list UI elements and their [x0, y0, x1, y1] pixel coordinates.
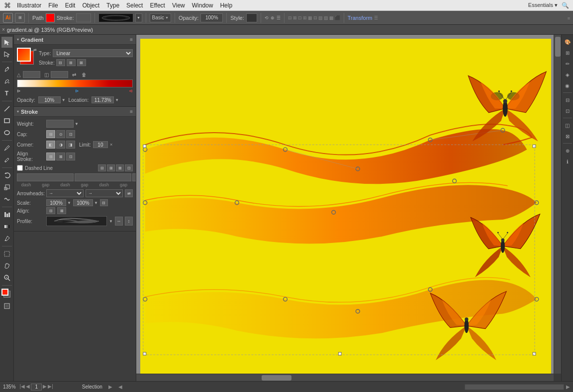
eyedropper-tool[interactable]	[1, 233, 12, 244]
icon-btn-2[interactable]: ⊕	[271, 15, 275, 20]
aspect-value[interactable]	[51, 71, 68, 78]
align-icon-4[interactable]: ⊞	[303, 15, 307, 20]
align-icon-1[interactable]: ⊟	[288, 15, 292, 20]
pencil-tool[interactable]	[1, 155, 12, 165]
last-page-btn[interactable]: ▶|	[48, 384, 53, 391]
dashed-opt-3[interactable]: ⊠	[116, 164, 124, 171]
profile-select[interactable]	[46, 216, 107, 226]
weight-dropdown-icon[interactable]: ▼	[75, 122, 79, 126]
transparency-btn[interactable]: ◫	[563, 120, 573, 130]
menu-type[interactable]: Type	[106, 2, 119, 9]
icon-btn-3[interactable]: ☰	[277, 15, 281, 20]
gradient-front-swatch[interactable]	[17, 48, 31, 62]
layers-btn[interactable]: ⊟	[563, 95, 573, 105]
align-outside-btn[interactable]: ⊡	[66, 153, 75, 160]
gradient-panel-header[interactable]: ▾ Gradient ≡	[14, 35, 136, 45]
gradient-swatch-pair[interactable]: ⇄	[17, 48, 37, 68]
hand-tool[interactable]	[1, 260, 12, 271]
cap-round-btn[interactable]: ⊙	[56, 130, 65, 138]
delete-gradient-btn[interactable]: 🗑	[80, 71, 88, 78]
workspace-switcher[interactable]: ⊞	[15, 13, 25, 23]
arrowhead-end-select[interactable]: → None	[86, 189, 123, 197]
scale1-dropdown-icon[interactable]: ▼	[67, 201, 71, 205]
arrowhead-swap-btn[interactable]: ⇄	[125, 189, 133, 197]
gradient-type-select[interactable]: Linear Radial	[53, 49, 133, 57]
stroke-btn-1[interactable]: ⊟	[56, 59, 65, 66]
align-center-btn[interactable]: ⊟	[46, 153, 55, 160]
align-icon-8[interactable]: ▨	[324, 15, 328, 20]
menu-effect[interactable]: Effect	[150, 2, 165, 9]
type-tool[interactable]: T	[1, 88, 12, 99]
menu-select[interactable]: Select	[126, 2, 143, 9]
graph-tool[interactable]	[1, 209, 12, 220]
screen-mode-btn[interactable]	[1, 301, 12, 312]
menu-help[interactable]: Help	[220, 2, 232, 9]
warp-tool[interactable]	[1, 194, 12, 205]
menu-window[interactable]: Window	[192, 2, 213, 9]
first-page-btn[interactable]: |◀	[20, 384, 25, 391]
tab-close-btn[interactable]: ×	[2, 27, 5, 32]
menu-edit[interactable]: Edit	[65, 2, 76, 9]
align-btn-2[interactable]: ⊠	[57, 207, 66, 214]
corner-round-btn[interactable]: ◑	[56, 141, 65, 149]
appearance-btn[interactable]: ⊠	[563, 131, 573, 141]
paintbrush-tool[interactable]	[1, 143, 12, 154]
gradient-tool[interactable]	[1, 221, 12, 232]
scale2-dropdown-icon[interactable]: ▼	[94, 201, 98, 205]
info-btn[interactable]: ℹ	[563, 157, 573, 166]
color-panel-btn[interactable]: 🎨	[563, 37, 573, 47]
artboards-btn[interactable]: ⊡	[563, 106, 573, 116]
stroke-panel-header[interactable]: ▾ Stroke ≡	[14, 107, 136, 117]
scale-tool[interactable]	[1, 182, 12, 193]
select-tool[interactable]	[1, 37, 12, 48]
reverse-gradient-btn[interactable]: ⇄	[70, 71, 78, 78]
horizontal-scrollbar-thumb[interactable]	[262, 375, 291, 381]
dash-2[interactable]	[132, 173, 136, 181]
stroke-btn-2[interactable]: ⊞	[67, 59, 76, 66]
dashed-opt-1[interactable]: ⊟	[98, 164, 106, 171]
swap-icon[interactable]: ⇄	[33, 48, 37, 52]
limit-close-icon[interactable]: ×	[110, 142, 112, 147]
graphic-styles-btn[interactable]: ◉	[563, 80, 573, 90]
swatches-btn[interactable]: ⊞	[563, 48, 573, 58]
profile-flip-v-btn[interactable]: ↕	[125, 217, 133, 226]
fill-stroke-widget[interactable]	[1, 289, 12, 300]
weight-field[interactable]	[46, 120, 74, 128]
stroke-panel-menu-icon[interactable]: ≡	[130, 109, 133, 114]
cap-butt-btn[interactable]: ⊟	[46, 130, 55, 138]
canvas-area[interactable]	[136, 35, 561, 381]
location-dropdown-icon[interactable]: ▼	[115, 98, 119, 102]
gradient-location-field[interactable]: 11.73%	[92, 96, 114, 103]
basic-dropdown[interactable]: Basic ▼	[150, 13, 171, 22]
profile-flip-h-btn[interactable]: ↔	[115, 217, 123, 226]
dash-1[interactable]	[17, 173, 74, 181]
stop-icon-left[interactable]: ⊳	[17, 88, 21, 93]
menu-file[interactable]: File	[48, 2, 58, 9]
panel-options-icon[interactable]: ☰	[374, 15, 378, 20]
vertical-scrollbar-thumb[interactable]	[555, 37, 561, 57]
gradient-opacity-field[interactable]: 10%	[38, 96, 61, 103]
align-icon-10[interactable]: ⬛	[335, 15, 340, 20]
direct-select-tool[interactable]	[1, 49, 12, 60]
dashed-opt-2[interactable]: ⊞	[107, 164, 115, 171]
next-page-btn[interactable]: ▶	[43, 384, 47, 391]
align-icon-6[interactable]: ⊟	[313, 15, 317, 20]
horizontal-scrollbar[interactable]	[136, 374, 554, 381]
rotate-tool[interactable]	[1, 170, 12, 181]
align-icon-2[interactable]: ⊠	[293, 15, 297, 20]
align-icon-5[interactable]: ▦	[308, 15, 312, 20]
page-number-field[interactable]: 1	[31, 384, 42, 391]
cap-square-btn[interactable]: ⊡	[66, 130, 75, 138]
scale-field-2[interactable]: 100%	[73, 199, 93, 206]
zoom-tool[interactable]: +	[1, 272, 12, 283]
artboard-tool[interactable]	[1, 248, 12, 259]
brush-arrow[interactable]: ▼	[135, 13, 142, 22]
icon-btn-1[interactable]: ⟲	[265, 15, 269, 20]
brush-preview[interactable]	[98, 13, 133, 22]
angle-value[interactable]	[23, 71, 40, 78]
dashed-line-checkbox[interactable]	[17, 165, 23, 171]
align-icon-7[interactable]: ▧	[318, 15, 323, 20]
limit-field[interactable]: 10	[93, 141, 108, 148]
add-anchor-tool[interactable]: +	[1, 76, 12, 87]
arrowhead-start-select[interactable]: → None	[46, 189, 84, 197]
